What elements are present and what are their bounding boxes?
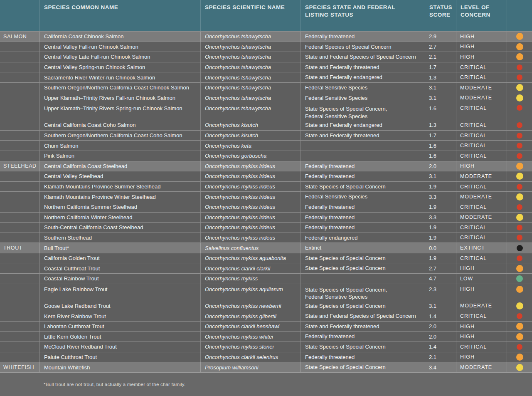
scientific-name-cell: Oncorhynchus tshawytscha: [200, 103, 300, 120]
concern-status-dot: [516, 265, 523, 272]
common-name-cell: Little Kern Golden Trout: [39, 332, 200, 342]
concern-level-cell: HIGH: [456, 352, 507, 362]
concern-level-cell: CRITICAL: [456, 62, 507, 72]
scientific-name-cell: Oncorhynchus tshawytscha: [200, 42, 300, 52]
listing-status-cell: State and Federally threatened: [300, 322, 425, 332]
scientific-name-cell: Oncorhynchus mykiss irideus: [200, 233, 300, 243]
scientific-name-cell: Oncorhynchus mykiss irideus: [200, 223, 300, 233]
group-label-cell: [0, 253, 39, 263]
status-score-cell: 3.1: [425, 93, 456, 103]
status-score-cell: 3.3: [425, 213, 456, 223]
table-row: South-Central California Coast Steelhead…: [0, 222, 532, 233]
common-name-cell: California Coast Chinook Salmon: [39, 32, 200, 42]
footnote-text: *Bull trout are not trout, but actually …: [44, 382, 532, 387]
status-score-cell: 1.9: [425, 182, 456, 192]
table-row: Central Valley Late Fall-run Chinook Sal…: [0, 52, 532, 62]
table-row: SALMONCalifornia Coast Chinook SalmonOnc…: [0, 31, 532, 42]
concern-dot-cell: [507, 120, 532, 130]
listing-status-cell: State and Federally endangered: [300, 120, 425, 130]
table-body: SALMONCalifornia Coast Chinook SalmonOnc…: [0, 31, 532, 372]
listing-status-cell: State and Federal Species of Special Con…: [300, 311, 425, 321]
scientific-name-cell: Oncorhynchus mykiss irideus: [200, 171, 300, 181]
listing-status-cell: [300, 141, 425, 151]
concern-level-cell: MODERATE: [456, 362, 507, 372]
common-name-cell: Kern River Rainbow Trout: [39, 311, 200, 321]
common-name-cell: Coastal Rainbow Trout: [39, 274, 200, 284]
common-name-cell: Central Valley Fall-run Chinook Salmon: [39, 42, 200, 52]
concern-level-cell: HIGH: [456, 161, 507, 171]
concern-level-cell: CRITICAL: [456, 182, 507, 192]
listing-status-cell: Federal Sensitive Species: [300, 192, 425, 202]
status-score-cell: 3.1: [425, 301, 456, 311]
common-name-cell: Southern Oregon/Northern California Coas…: [39, 83, 200, 93]
concern-level-cell: LOW: [456, 274, 507, 284]
table-row: Upper Klamath–Trinity Rivers Fall-run Ch…: [0, 93, 532, 103]
concern-status-dot: [516, 163, 523, 170]
concern-dot-cell: [507, 352, 532, 362]
scientific-name-cell: Oncorhynchus mykiss aguabonita: [200, 253, 300, 263]
common-name-cell: Eagle Lake Rainbow Trout: [39, 284, 200, 301]
common-name-cell: Southern Oregon/Northern California Coas…: [39, 131, 200, 141]
concern-status-dot: [517, 74, 522, 80]
scientific-name-cell: Prosopium williamsoni: [200, 362, 300, 372]
group-label-cell: [0, 42, 39, 52]
scientific-name-cell: Oncorhynchus mykiss irideus: [200, 202, 300, 212]
table-row: Sacramento River Winter-run Chinook Salm…: [0, 72, 532, 82]
listing-status-cell: Federal Sensitive Species: [300, 83, 425, 93]
concern-status-dot: [516, 173, 523, 180]
concern-status-dot: [517, 64, 522, 70]
common-name-cell: California Golden Trout: [39, 253, 200, 263]
listing-status-cell: Federal Sensitive Species: [300, 93, 425, 103]
concern-status-dot: [517, 153, 522, 159]
listing-status-cell: State and Federal Species of Special Con…: [300, 52, 425, 62]
group-label-cell: [0, 342, 39, 352]
group-label-cell: STEELHEAD: [0, 161, 39, 171]
concern-status-dot: [517, 204, 522, 210]
group-label-cell: SALMON: [0, 32, 39, 42]
group-label-cell: [0, 62, 39, 72]
concern-dot-cell: [507, 32, 532, 42]
status-score-cell: 3.1: [425, 83, 456, 93]
listing-status-cell: State Species of Special Concern: [300, 182, 425, 192]
concern-status-dot: [516, 333, 523, 340]
status-score-cell: 2.1: [425, 52, 456, 62]
table-row: Central Valley Fall-run Chinook SalmonOn…: [0, 42, 532, 52]
concern-level-cell: MODERATE: [456, 301, 507, 311]
listing-status-cell: State and Federally threatened: [300, 131, 425, 141]
concern-dot-cell: [507, 52, 532, 62]
table-row: Central Valley Spring-run Chinook Salmon…: [0, 62, 532, 72]
group-label-cell: [0, 192, 39, 202]
group-label-cell: [0, 233, 39, 243]
scientific-name-cell: Oncorhynchus mykiss aquilarum: [200, 284, 300, 301]
scientific-name-cell: Oncorhynchus tshawytscha: [200, 52, 300, 62]
common-name-cell: Pink Salmon: [39, 151, 200, 161]
concern-level-cell: CRITICAL: [456, 120, 507, 130]
concern-dot-cell: [507, 131, 532, 141]
concern-dot-cell: [507, 311, 532, 321]
concern-level-cell: EXTINCT: [456, 243, 507, 253]
listing-status-cell: Federally threatened: [300, 171, 425, 181]
group-label-cell: [0, 182, 39, 192]
concern-level-cell: CRITICAL: [456, 233, 507, 243]
status-score-cell: 1.3: [425, 120, 456, 130]
concern-level-cell: CRITICAL: [456, 131, 507, 141]
group-label-cell: [0, 322, 39, 332]
scientific-name-cell: Oncorhynchus tshawytscha: [200, 72, 300, 82]
listing-status-cell: State and Federally threatened: [300, 62, 425, 72]
listing-status-cell: State Species of Special Concern: [300, 301, 425, 311]
table-footer: *Bull trout are not trout, but actually …: [0, 372, 532, 396]
concern-level-cell: MODERATE: [456, 93, 507, 103]
header-dot-column: [507, 0, 532, 31]
common-name-cell: McCloud River Redband Trout: [39, 342, 200, 352]
concern-dot-cell: [507, 161, 532, 171]
table-row: California Golden TroutOncorhynchus myki…: [0, 253, 532, 263]
concern-level-cell: CRITICAL: [456, 202, 507, 212]
table-row: Northern California Winter SteelheadOnco…: [0, 212, 532, 223]
listing-status-cell: Federally threatened: [300, 161, 425, 171]
common-name-cell: Northern California Winter Steelhead: [39, 213, 200, 223]
concern-status-dot: [516, 354, 523, 361]
concern-dot-cell: [507, 263, 532, 273]
listing-status-cell: State Species of Special Concern: [300, 362, 425, 372]
common-name-cell: Bull Trout*: [39, 243, 200, 253]
header-species-common-name: SPECIES COMMON NAME: [39, 0, 200, 31]
